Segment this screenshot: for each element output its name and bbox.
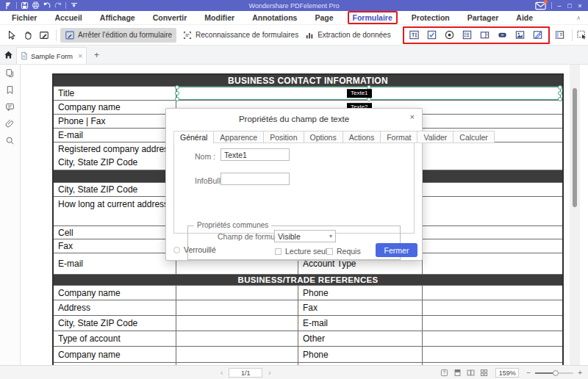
table-row: Company name Phone [54,347,562,363]
form-edit-icon[interactable] [38,29,50,41]
common-properties-group: Propriétés communes Champ de formulaire … [187,225,401,260]
select-tool-icon[interactable] [6,29,18,41]
menu-annotations[interactable]: Annotations [243,13,306,22]
table-row: Title Texte1 [54,87,562,101]
comments-panel-icon[interactable] [5,101,15,112]
page-navigation: ‹ 1/1 › [220,366,271,379]
menu-formulaire[interactable]: Formulaire [348,11,398,24]
signature-field-icon[interactable] [532,29,544,41]
resize-handle[interactable] [175,85,179,90]
resize-handle[interactable] [175,91,179,95]
home-icon[interactable] [0,45,16,64]
grid-view-icon[interactable] [479,369,488,378]
menu-page[interactable]: Page [306,13,342,22]
field-properties-panel-icon[interactable] [554,29,566,41]
dialog-tab-format[interactable]: Format [380,131,417,143]
scrollbar-thumb[interactable] [573,88,577,207]
help-icon[interactable] [440,369,448,378]
vertical-scrollbar[interactable] [570,65,580,365]
radio-button-field-icon[interactable] [444,29,456,41]
dialog-tab-calculer[interactable]: Calculer [453,131,495,143]
row-label: Other [298,331,423,346]
print-icon[interactable] [31,1,40,10]
form-field-tools-group [403,26,550,44]
menu-affichage[interactable]: Affichage [91,13,144,22]
collapse-ribbon-icon[interactable]: ∧ [576,15,581,21]
data-extraction-button[interactable]: Extraction de données [304,30,391,40]
menu-fichier[interactable]: Fichier [3,13,46,22]
notification-dot [544,0,548,4]
stop-form-editing-button[interactable]: Arrêter l'édition du formulaire [60,28,176,43]
customize-toolbar-icon[interactable]: ▾ [69,1,79,10]
dialog-tab-valider[interactable]: Valider [417,131,453,143]
previous-page-icon[interactable]: ‹ [220,369,223,377]
zoom-out-button[interactable]: − [526,369,531,377]
dialog-tab-actions[interactable]: Actions [343,131,380,143]
checkbox-field-icon[interactable] [426,29,438,41]
toolbar-separator [572,29,573,41]
stop-edit-icon [65,30,75,40]
resize-handle[interactable] [558,91,562,95]
window-title: Wondershare PDFelement Pro [249,2,340,10]
menu-protection[interactable]: Protection [403,13,459,22]
titlebar-separator [551,2,552,9]
image-button-field-icon[interactable] [514,29,526,41]
section-header-row: BUSINESS CONTACT INFORMATION [54,75,562,87]
readonly-checkbox[interactable]: Lecture seule [275,247,331,256]
new-tab-button[interactable]: + [94,50,99,60]
text-field-icon[interactable] [409,29,420,41]
table-row: Type of account Other [54,331,562,347]
form-recognition-button[interactable]: Reconnaissance de formulaires [182,30,298,40]
dialog-tab-apparence[interactable]: Apparence [213,131,263,143]
dialog-tab-options[interactable]: Options [304,131,343,143]
list-box-field-icon[interactable] [462,29,473,41]
field-name-badge[interactable]: Texte1 [347,89,372,98]
combo-box-field-icon[interactable] [479,29,491,41]
next-page-icon[interactable]: › [268,369,270,377]
menu-modifier[interactable]: Modifier [196,13,243,22]
zoom-in-button[interactable]: + [578,369,582,377]
name-input[interactable] [220,148,290,161]
zoom-slider[interactable] [535,372,573,374]
push-button-field-icon[interactable] [497,29,509,41]
tab-sample-form[interactable]: Sample Form × [16,47,87,64]
single-page-view-icon[interactable] [453,369,462,378]
checkbox-icon [326,248,333,255]
redo-icon[interactable] [53,1,62,10]
menu-partager[interactable]: Partager [459,13,508,22]
close-window-button[interactable]: × [575,2,585,10]
minimize-button[interactable]: – [554,2,564,10]
page-number-box[interactable]: 1/1 [229,368,262,378]
zoom-level[interactable]: 159% [495,368,519,378]
menu-accueil[interactable]: Accueil [46,13,90,22]
two-page-view-icon[interactable] [466,369,475,378]
locked-checkbox[interactable]: Verrouillé [173,245,216,254]
fermer-button[interactable]: Fermer [376,243,417,257]
tab-close-icon[interactable]: × [78,52,82,60]
tooltip-input[interactable] [220,173,290,185]
maximize-button[interactable]: □ [564,2,575,10]
thumbnails-panel-icon[interactable] [5,68,15,78]
row-label: City, State ZIP Code [54,183,176,196]
toolbar-separator [56,29,57,41]
resize-handle[interactable] [558,85,562,90]
notification-mail-icon[interactable] [535,1,546,10]
row-label: Company name [54,347,176,362]
row-label: City, State ZIP Code [54,316,176,331]
attachments-panel-icon[interactable] [5,118,15,129]
save-icon[interactable] [20,1,29,10]
hand-pan-icon[interactable] [22,29,34,41]
required-checkbox[interactable]: Requis [326,247,361,256]
zoom-slider-handle[interactable] [553,370,559,376]
menu-convertir[interactable]: Convertir [144,13,196,22]
search-panel-icon[interactable] [5,135,15,145]
dialog-close-icon[interactable]: × [410,112,415,121]
bookmarks-panel-icon[interactable] [5,84,15,95]
table-row: Address Fax [54,300,562,316]
menu-aide[interactable]: Aide [507,13,542,22]
dialog-tab-position[interactable]: Position [263,131,303,143]
visibility-select[interactable]: Visible ▾ [274,230,336,242]
undo-icon[interactable] [42,1,51,10]
select-fields-icon[interactable] [576,29,588,41]
dialog-tab-general[interactable]: Général [173,131,213,144]
